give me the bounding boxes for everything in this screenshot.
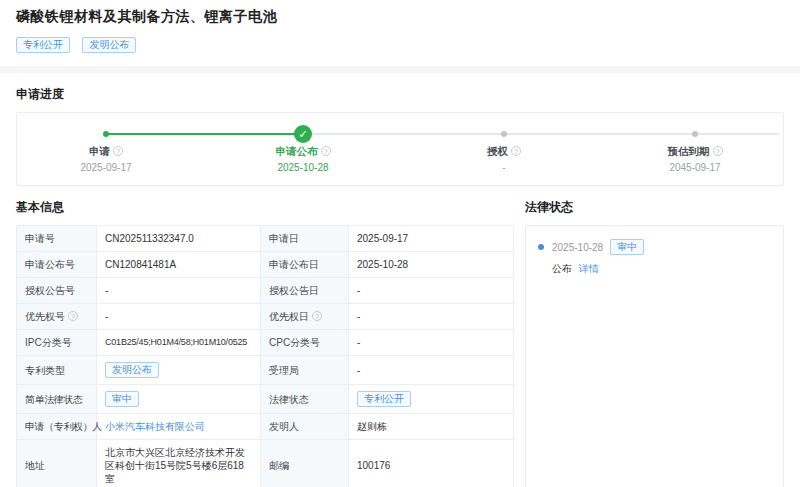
ipc-classification-value: C01B25/45;H01M4/58;H01M10/0525: [97, 330, 261, 356]
step-date: -: [434, 162, 574, 173]
simple-legal-status-tag: 审中: [105, 391, 139, 407]
inventor-value: 赵则栋: [349, 414, 514, 440]
timeline-segment-pending: [504, 133, 695, 135]
field-value: CN202511332347.0: [97, 226, 261, 252]
step-dot-granted: [501, 131, 507, 137]
help-icon[interactable]: ?: [511, 146, 521, 156]
invention-publication-tag: 发明公布: [82, 37, 136, 53]
basic-info-section-title: 基本信息: [16, 199, 513, 216]
legal-status-tag: 专利公开: [357, 391, 411, 407]
field-label: 授权公告日: [261, 278, 349, 304]
timeline-step-published: 申请公布? 2025-10-28: [233, 145, 373, 173]
progress-section-title: 申请进度: [16, 86, 784, 103]
field-label: 邮编: [261, 440, 349, 487]
field-label: CPC分类号: [261, 330, 349, 356]
page-title: 磷酸铁锂材料及其制备方法、锂离子电池: [16, 8, 784, 26]
applicant-link[interactable]: 小米汽车科技有限公司: [105, 421, 205, 432]
field-value: -: [97, 278, 261, 304]
legal-status-section-title: 法律状态: [525, 199, 784, 216]
help-icon[interactable]: ?: [113, 146, 123, 156]
field-label: 简单法律状态: [17, 385, 97, 414]
legal-status-item-tag: 审中: [610, 239, 644, 255]
table-row: 简单法律状态 审中 法律状态 专利公开: [17, 385, 514, 414]
help-icon[interactable]: ?: [713, 146, 723, 156]
step-label: 授权: [487, 145, 508, 157]
address-value: 北京市大兴区北京经济技术开发区科创十街15号院5号楼6层618室: [97, 440, 261, 487]
application-progress-timeline: ✓ 申请? 2025-09-17 申请公布? 2025-10-28 授权? - …: [16, 112, 784, 186]
bullet-dot-icon: [538, 244, 544, 250]
table-row: 优先权号? - 优先权日? -: [17, 304, 514, 330]
timeline-segment-tail: [695, 133, 779, 135]
field-label: 优先权号: [25, 311, 65, 322]
legal-status-panel: 2025-10-28 审中 公布 详情: [525, 225, 784, 487]
table-row: IPC分类号 C01B25/45;H01M4/58;H01M10/0525 CP…: [17, 330, 514, 356]
field-label: 专利类型: [17, 356, 97, 385]
field-value: -: [97, 304, 261, 330]
field-value: -: [349, 330, 514, 356]
field-label: 地址: [17, 440, 97, 487]
step-date: 2025-09-17: [36, 162, 176, 173]
field-label: 发明人: [261, 414, 349, 440]
table-row: 申请号 CN202511332347.0 申请日 2025-09-17: [17, 226, 514, 252]
field-value: 2025-10-28: [349, 252, 514, 278]
step-label: 申请公布: [276, 145, 318, 157]
check-circle-icon: ✓: [294, 125, 312, 143]
step-dot-expiry: [692, 131, 698, 137]
step-label: 申请: [89, 145, 110, 157]
patent-type-tag: 发明公布: [105, 362, 159, 378]
postcode-value: 100176: [349, 440, 514, 487]
timeline-segment-done: [106, 133, 303, 135]
table-row: 申请（专利权）人 小米汽车科技有限公司 发明人 赵则栋: [17, 414, 514, 440]
step-date: 2025-10-28: [233, 162, 373, 173]
timeline-step-expiry: 预估到期? 2045-09-17: [625, 145, 765, 173]
section-divider: [0, 66, 800, 73]
field-label: 申请公布日: [261, 252, 349, 278]
step-dot-filed: [103, 131, 109, 137]
help-icon[interactable]: ?: [321, 146, 331, 156]
field-label: 受理局: [261, 356, 349, 385]
basic-info-table: 申请号 CN202511332347.0 申请日 2025-09-17 申请公布…: [16, 225, 514, 487]
field-value: -: [349, 356, 514, 385]
field-label: 申请公布号: [17, 252, 97, 278]
tag-row: 专利公开 发明公布: [16, 35, 784, 53]
legal-status-detail-link[interactable]: 详情: [579, 263, 599, 274]
table-row: 地址 北京市大兴区北京经济技术开发区科创十街15号院5号楼6层618室 邮编 1…: [17, 440, 514, 487]
field-value: -: [349, 278, 514, 304]
legal-status-action: 公布: [552, 263, 572, 274]
table-row: 专利类型 发明公布 受理局 -: [17, 356, 514, 385]
field-label: 申请（专利权）人: [17, 414, 97, 440]
field-label: 申请号: [17, 226, 97, 252]
field-label: IPC分类号: [17, 330, 97, 356]
timeline-step-filed: 申请? 2025-09-17: [36, 145, 176, 173]
help-icon[interactable]: ?: [312, 311, 322, 321]
timeline-segment-pending: [303, 133, 504, 135]
legal-status-date: 2025-10-28: [552, 242, 603, 253]
timeline-step-granted: 授权? -: [434, 145, 574, 173]
help-icon[interactable]: ?: [68, 311, 78, 321]
step-label: 预估到期: [668, 145, 710, 157]
legal-status-item: 2025-10-28 审中: [538, 239, 771, 255]
field-value: -: [349, 304, 514, 330]
field-label: 申请日: [261, 226, 349, 252]
table-row: 授权公告号 - 授权公告日 -: [17, 278, 514, 304]
page-header: 磷酸铁锂材料及其制备方法、锂离子电池 专利公开 发明公布: [0, 0, 800, 53]
field-label: 授权公告号: [17, 278, 97, 304]
patent-open-tag: 专利公开: [16, 37, 70, 53]
field-value: CN120841481A: [97, 252, 261, 278]
field-label: 法律状态: [261, 385, 349, 414]
table-row: 申请公布号 CN120841481A 申请公布日 2025-10-28: [17, 252, 514, 278]
field-value: 2025-09-17: [349, 226, 514, 252]
step-date: 2045-09-17: [625, 162, 765, 173]
field-label: 优先权日: [269, 311, 309, 322]
